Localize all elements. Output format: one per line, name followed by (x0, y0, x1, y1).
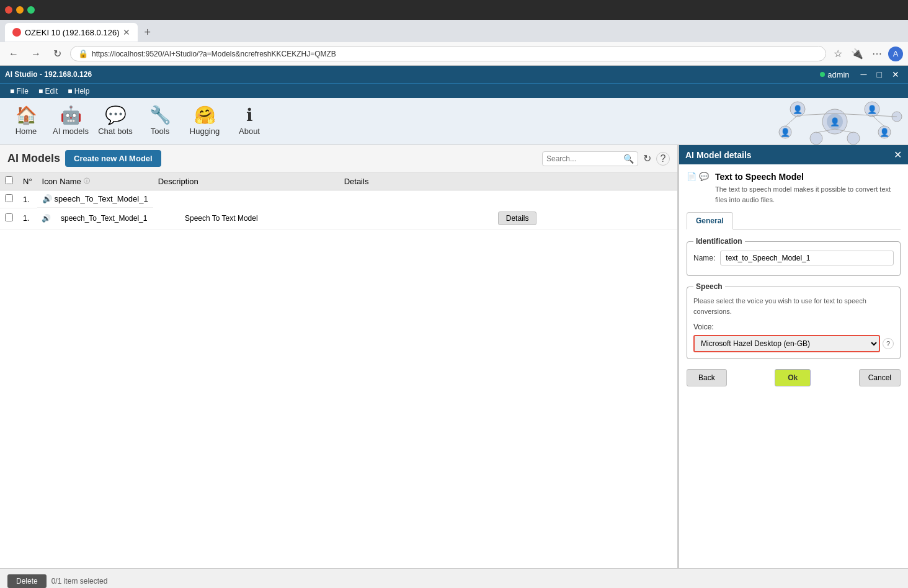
cancel-button[interactable]: Cancel (859, 369, 901, 386)
create-ai-model-button[interactable]: Create new AI Model (65, 150, 161, 167)
svg-point-11 (810, 132, 822, 145)
status-text: 0/1 item selected (51, 577, 108, 586)
browser-tabs-bar: OZEKI 10 (192.168.0.126) ✕ + (0, 20, 908, 42)
back-button[interactable]: Back (687, 369, 727, 386)
row-checkbox[interactable] (5, 194, 13, 202)
toolbar-about-button[interactable]: ℹ About (228, 101, 270, 142)
hugging-icon: 🤗 (194, 107, 216, 124)
left-panel-header: AI Models Create new AI Model 🔍 ↻ ? (0, 145, 677, 172)
voice-field-row: Voice: (693, 323, 894, 331)
app-minimize-button[interactable]: ─ (857, 68, 871, 81)
profile-button[interactable]: A (888, 47, 903, 61)
name-field-label: Name: (693, 254, 715, 262)
row-checkbox-cell (0, 190, 18, 208)
right-panel-close-button[interactable]: ✕ (894, 149, 902, 161)
back-button[interactable]: ← (5, 47, 22, 61)
table-row[interactable]: 1. 🔊 speech_To_Text_Model_1 (0, 190, 677, 208)
models-table-container: N° Icon Name ⓘ Description (0, 172, 677, 568)
app-maximize-button[interactable]: □ (873, 68, 886, 81)
app-title: AI Studio - 192.168.0.126 (5, 70, 820, 79)
model-row-1[interactable]: 1. 🔊 speech_To_Text_Model_1 Speech To Te… (0, 208, 677, 229)
bookmark-button[interactable]: ☆ (831, 47, 845, 61)
tab-close-button[interactable]: ✕ (123, 27, 130, 37)
row1-details-cell: Details (493, 208, 677, 229)
tab-general[interactable]: General (687, 212, 733, 229)
header-description-col: Description (153, 172, 339, 190)
toolbar-tools-button[interactable]: 🔧 Tools (139, 101, 181, 142)
header-number-label: N° (23, 177, 32, 186)
model-speech-icon: 💬 (699, 172, 709, 181)
right-panel-title: AI Model details (685, 150, 752, 160)
svg-text:👤: 👤 (867, 104, 878, 115)
chat-bots-icon: 💬 (105, 107, 127, 124)
browser-titlebar (0, 0, 908, 20)
svg-text:👤: 👤 (879, 127, 890, 138)
menu-button[interactable]: ⋯ (870, 47, 884, 61)
ok-button[interactable]: Ok (775, 369, 811, 386)
refresh-button[interactable]: ↻ (50, 47, 65, 61)
window-close-dot[interactable] (5, 6, 12, 14)
toolbar-home-button[interactable]: 🏠 Home (5, 101, 47, 142)
window-minimize-dot[interactable] (16, 6, 24, 14)
tab-favicon (12, 28, 21, 37)
main-layout: AI Models Create new AI Model 🔍 ↻ ? (0, 145, 908, 568)
name-field-row: Name: (693, 251, 894, 265)
toolbar: 🏠 Home 🤖 AI models 💬 Chat bots 🔧 Tools 🤗… (0, 98, 908, 145)
model-title: Text to Speech Model (715, 172, 901, 182)
search-button[interactable]: 🔍 (623, 154, 634, 164)
row-number: 1. (23, 195, 30, 204)
row1-num: 1. (18, 208, 37, 229)
menu-edit[interactable]: ■ Edit (33, 86, 63, 97)
toolbar-tools-label: Tools (151, 127, 169, 136)
lock-icon: 🔒 (78, 49, 88, 58)
help-button[interactable]: ? (656, 152, 670, 166)
toolbar-ai-models-button[interactable]: 🤖 AI models (50, 101, 92, 142)
extensions-button[interactable]: 🔌 (848, 47, 866, 61)
toolbar-hugging-button[interactable]: 🤗 Hugging (184, 101, 226, 142)
row1-checkbox (0, 208, 18, 229)
details-button[interactable]: Details (498, 212, 537, 225)
browser-tab-active[interactable]: OZEKI 10 (192.168.0.126) ✕ (5, 23, 138, 42)
left-panel: AI Models Create new AI Model 🔍 ↻ ? (0, 145, 679, 568)
ai-models-icon: 🤖 (60, 107, 82, 124)
admin-badge: admin (820, 70, 849, 79)
model-icon-area: 📄 💬 (687, 172, 709, 181)
models-table: N° Icon Name ⓘ Description (0, 172, 677, 208)
tools-icon: 🔧 (149, 107, 171, 124)
row1-desc: Speech To Text Model (180, 208, 493, 229)
voice-select[interactable]: Microsoft Hazel Desktop (en-GB) Microsof… (693, 335, 880, 352)
toolbar-chat-bots-button[interactable]: 💬 Chat bots (94, 101, 136, 142)
svg-text:👤: 👤 (830, 117, 840, 127)
refresh-list-button[interactable]: ↻ (643, 153, 651, 164)
model-header: 📄 💬 Text to Speech Model The text to spe… (687, 172, 901, 205)
svg-line-19 (872, 115, 884, 127)
table-header-row: N° Icon Name ⓘ Description (0, 172, 677, 190)
identification-legend: Identification (693, 237, 745, 246)
search-bar: 🔍 (542, 151, 638, 166)
model-doc-icon: 📄 (687, 172, 697, 181)
browser-actions: ☆ 🔌 ⋯ A (831, 47, 903, 61)
toolbar-home-label: Home (16, 127, 37, 136)
speech-description: Please select the voice you wish to use … (693, 296, 894, 316)
toolbar-chat-bots-label: Chat bots (98, 127, 133, 136)
name-field-input[interactable] (720, 251, 894, 265)
menu-help[interactable]: ■ Help (63, 86, 94, 97)
app-close-button[interactable]: ✕ (888, 68, 903, 81)
row-name-cell: 🔊 speech_To_Text_Model_1 (37, 190, 153, 208)
delete-button[interactable]: Delete (7, 574, 47, 588)
header-details-label: Details (344, 177, 369, 186)
search-input[interactable] (546, 154, 621, 163)
svg-text:👤: 👤 (793, 104, 803, 115)
forward-button[interactable]: → (27, 47, 45, 61)
select-all-checkbox[interactable] (5, 176, 13, 184)
row1-name: speech_To_Text_Model_1 (56, 208, 180, 229)
window-maximize-dot[interactable] (27, 6, 35, 14)
menu-file[interactable]: ■ File (5, 86, 33, 97)
speech-section: Speech Please select the voice you wish … (687, 282, 901, 359)
name-sort-icon: ⓘ (84, 177, 90, 185)
new-tab-button[interactable]: + (140, 26, 154, 39)
model-info: Text to Speech Model The text to speech … (715, 172, 901, 205)
url-text: https://localhost:9520/AI+Studio/?a=Mode… (92, 50, 818, 58)
url-bar[interactable]: 🔒 https://localhost:9520/AI+Studio/?a=Mo… (70, 46, 826, 61)
voice-help-button[interactable]: ? (883, 338, 894, 349)
